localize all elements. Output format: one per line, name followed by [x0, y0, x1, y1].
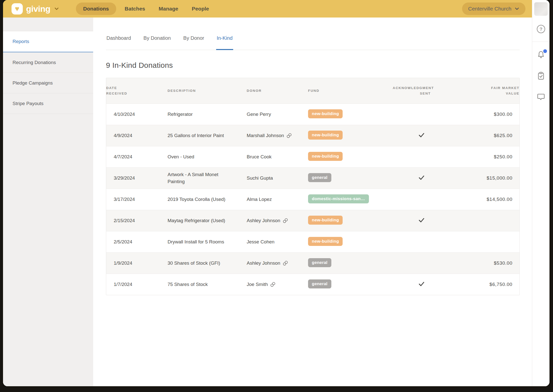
donor-name[interactable]: Jesse Cohen: [247, 239, 274, 245]
organization-name: Centerville Church: [468, 6, 511, 12]
notifications-button[interactable]: [536, 50, 545, 59]
date-received-cell: 3/29/2024: [106, 172, 168, 184]
sidebar-item-pledge-campaigns[interactable]: Pledge Campaigns: [3, 73, 93, 93]
fund-badge[interactable]: new-building: [308, 216, 343, 225]
donor-name[interactable]: Suchi Gupta: [247, 175, 273, 181]
donor-name[interactable]: Bruce Cook: [247, 154, 271, 160]
description-cell: Artwork - A Small Monet Painting: [168, 168, 247, 188]
fair-market-value-cell: $250.00: [431, 151, 519, 163]
help-button[interactable]: ?: [536, 24, 546, 34]
tab-dashboard[interactable]: Dashboard: [106, 35, 131, 50]
donor-cell: Ashley Johnson: [247, 214, 308, 227]
organization-switcher[interactable]: Centerville Church: [462, 3, 525, 15]
page-title: 9 In-Kind Donations: [106, 61, 520, 70]
table-row[interactable]: 4/10/2024 Refrigerator Gene Perry new-bu…: [106, 104, 519, 125]
nav-item-batches[interactable]: Batches: [120, 3, 150, 15]
fund-badge[interactable]: new-building: [308, 237, 343, 246]
donor-name[interactable]: Alma Lopez: [247, 197, 272, 202]
fund-cell: domestic-missions-san…: [308, 191, 393, 208]
acknowledgment-sent-cell: [393, 260, 431, 267]
acknowledgment-sent-cell: [393, 111, 431, 118]
table-row[interactable]: 3/29/2024 Artwork - A Small Monet Painti…: [106, 167, 519, 189]
donor-cell: Alma Lopez: [247, 193, 308, 206]
description-cell: Maytag Refrigerator (Used): [168, 214, 247, 228]
column-header-description: DESCRIPTION: [168, 82, 247, 100]
tab-by-donation[interactable]: By Donation: [143, 35, 171, 50]
description-cell: 2019 Toyota Corolla (Used): [168, 192, 247, 206]
product-name: giving: [26, 4, 50, 14]
table-row[interactable]: 3/17/2024 2019 Toyota Corolla (Used) Alm…: [106, 189, 519, 210]
fund-badge[interactable]: general: [308, 279, 331, 288]
fund-badge[interactable]: general: [308, 258, 331, 267]
date-received-cell: 4/9/2024: [106, 129, 168, 142]
description-cell: 30 Shares of Stock (GFI): [168, 256, 247, 270]
description-cell: 75 Shares of Stock: [168, 277, 247, 291]
linked-person-icon: [270, 282, 276, 287]
linked-person-icon: [286, 133, 292, 139]
giving-logo[interactable]: ♥ giving: [12, 3, 59, 15]
nav-item-people[interactable]: People: [187, 3, 214, 15]
check-icon: [418, 281, 425, 287]
clipboard-check-icon: [536, 71, 545, 80]
tab-by-donor[interactable]: By Donor: [183, 35, 205, 50]
column-header-acknowledgment-sent: ACKNOWLEDGMENT SENT: [393, 79, 431, 103]
chat-bubble-icon: [536, 92, 545, 101]
user-avatar[interactable]: [534, 2, 548, 16]
acknowledgment-sent-cell: [393, 129, 431, 143]
table-row[interactable]: 2/15/2024 Maytag Refrigerator (Used) Ash…: [106, 210, 519, 231]
table-row[interactable]: 1/9/2024 30 Shares of Stock (GFI) Ashley…: [106, 252, 519, 274]
donor-name[interactable]: Marshall Johnson: [247, 133, 284, 138]
table-body: 4/10/2024 Refrigerator Gene Perry new-bu…: [106, 104, 519, 295]
fund-badge[interactable]: domestic-missions-san…: [308, 194, 369, 203]
main-content: DashboardBy DonationBy DonorIn-Kind 9 In…: [93, 18, 532, 386]
rail-divider: [532, 42, 549, 42]
acknowledgment-sent-cell: [393, 238, 431, 245]
chat-button[interactable]: [536, 92, 545, 101]
sidebar-item-reports[interactable]: Reports: [3, 31, 93, 52]
report-tabs: DashboardBy DonationBy DonorIn-Kind: [106, 18, 520, 50]
fund-cell: new-building: [308, 212, 393, 229]
fund-cell: general: [308, 170, 393, 187]
fund-badge[interactable]: general: [308, 173, 331, 182]
acknowledgment-sent-cell: [393, 214, 431, 228]
tasks-button[interactable]: [536, 71, 545, 80]
fair-market-value-cell: [431, 217, 519, 224]
column-header-donor: DONOR: [247, 82, 308, 100]
notification-dot-badge: [543, 49, 547, 53]
fund-badge[interactable]: new-building: [308, 109, 343, 118]
sidebar-item-stripe-payouts[interactable]: Stripe Payouts: [3, 93, 93, 114]
fund-cell: general: [308, 276, 393, 293]
acknowledgment-sent-cell: [393, 171, 431, 185]
fair-market-value-cell: $530.00: [431, 257, 519, 269]
donor-name[interactable]: Gene Perry: [247, 112, 271, 117]
table-row[interactable]: 4/9/2024 25 Gallons of Interior Paint Ma…: [106, 125, 519, 146]
sidebar-item-recurring-donations[interactable]: Recurring Donations: [3, 52, 93, 73]
date-received-cell: 1/7/2024: [106, 278, 168, 291]
date-received-cell: 1/9/2024: [106, 257, 168, 269]
app-switcher-chevron-icon[interactable]: [54, 6, 59, 12]
date-received-cell: 2/5/2024: [106, 236, 168, 248]
donor-name[interactable]: Ashley Johnson: [247, 218, 280, 223]
fund-badge[interactable]: new-building: [308, 152, 343, 161]
table-row[interactable]: 1/7/2024 75 Shares of Stock Joe Smith ge…: [106, 274, 519, 295]
fund-cell: new-building: [308, 106, 393, 123]
chevron-down-icon: [514, 6, 519, 11]
right-utility-rail: ?: [532, 0, 549, 386]
acknowledgment-sent-cell: [393, 277, 431, 292]
fair-market-value-cell: [431, 238, 519, 245]
table-row[interactable]: 2/5/2024 Drywall Install for 5 Rooms Jes…: [106, 231, 519, 252]
table-row[interactable]: 4/7/2024 Oven - Used Bruce Cook new-buil…: [106, 146, 519, 167]
donor-cell: Ashley Johnson: [247, 257, 308, 270]
donor-name[interactable]: Ashley Johnson: [247, 260, 280, 266]
top-bar: ♥ giving DonationsBatchesManagePeople Ce…: [3, 0, 532, 18]
nav-item-donations[interactable]: Donations: [76, 3, 116, 15]
description-cell: 25 Gallons of Interior Paint: [168, 129, 247, 143]
donor-cell: Joe Smith: [247, 278, 308, 291]
column-header-fund: FUND: [308, 82, 393, 100]
fair-market-value-cell: $6,750.00: [431, 278, 519, 291]
nav-item-manage[interactable]: Manage: [154, 3, 183, 15]
in-kind-donations-table: DATE RECEIVED DESCRIPTION DONOR FUND ACK…: [106, 78, 520, 295]
tab-in-kind[interactable]: In-Kind: [216, 35, 233, 50]
donor-name[interactable]: Joe Smith: [247, 282, 268, 287]
fund-badge[interactable]: new-building: [308, 131, 343, 140]
